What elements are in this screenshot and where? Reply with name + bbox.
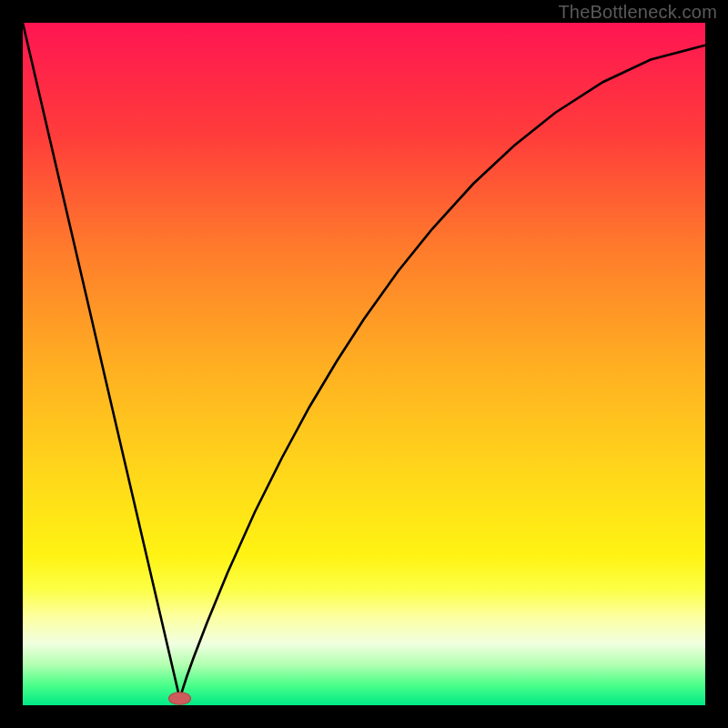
bottleneck-curve [23, 23, 705, 699]
watermark: TheBottleneck.com [558, 2, 717, 23]
plot-area [23, 23, 705, 705]
minimum-marker [169, 693, 191, 705]
curve-overlay [23, 23, 705, 705]
chart-frame: TheBottleneck.com [0, 0, 728, 728]
